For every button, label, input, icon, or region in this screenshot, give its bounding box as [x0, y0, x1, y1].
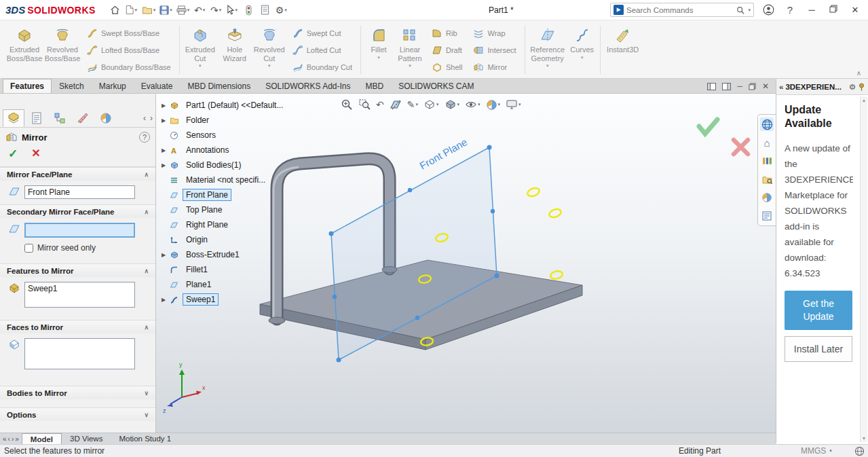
next-tab-icon[interactable]: › — [12, 435, 14, 443]
new-document-button[interactable]: ▾ — [124, 2, 139, 18]
expand-icon[interactable]: ▶ — [160, 162, 167, 168]
shell-button[interactable]: Shell — [432, 60, 462, 74]
expand-icon[interactable]: ▶ — [160, 117, 167, 124]
swept-boss-button[interactable]: Swept Boss/Base — [87, 26, 171, 40]
get-update-button[interactable]: Get the Update — [785, 291, 852, 330]
task-pane-scrollbar[interactable]: ▲ ▼ — [860, 96, 867, 442]
tree-item-origin[interactable]: Origin — [160, 232, 286, 247]
previous-view-button[interactable]: ↶ — [375, 98, 385, 111]
lofted-boss-button[interactable]: Lofted Boss/Base — [87, 43, 171, 57]
display-manager-tab[interactable] — [95, 109, 117, 127]
expand-icon[interactable]: ▶ — [160, 297, 167, 303]
tree-item-part[interactable]: ▶ Part1 (Default) <<Default... — [160, 98, 286, 113]
panel-scroll-left-icon[interactable]: ‹ — [143, 113, 146, 123]
tree-item-top-plane[interactable]: Top Plane — [160, 202, 286, 217]
mirror-seed-only-checkbox[interactable] — [24, 244, 33, 253]
restore-document-icon[interactable] — [749, 83, 756, 90]
open-button[interactable]: ▾ — [140, 2, 157, 18]
section-view-button[interactable] — [388, 97, 403, 112]
section-mirror-face[interactable]: Mirror Face/Plane ∧ — [0, 167, 155, 181]
tab-sketch[interactable]: Sketch — [52, 79, 92, 93]
units-dropdown[interactable]: MMGS ▾ — [801, 446, 832, 456]
zoom-to-fit-button[interactable] — [339, 97, 354, 112]
pm-cancel-button[interactable]: ✕ — [31, 147, 40, 161]
tree-item-annotations[interactable]: ▶ A Annotations — [160, 143, 286, 158]
rebuild-button[interactable] — [241, 2, 256, 18]
display-style-button[interactable]: ▾ — [443, 97, 461, 112]
lofted-cut-button[interactable]: Lofted Cut — [293, 43, 352, 57]
revolved-cut-button[interactable]: Revolved Cut ▾ — [252, 22, 287, 78]
linear-pattern-button[interactable]: Linear Pattern ▾ — [394, 22, 426, 78]
rib-button[interactable]: Rib — [432, 26, 462, 40]
reference-geometry-button[interactable]: Reference Geometry ▾ — [528, 22, 567, 78]
boundary-boss-button[interactable]: Boundary Boss/Base — [87, 60, 171, 74]
last-tab-icon[interactable]: » — [15, 435, 19, 443]
expand-icon[interactable]: ▶ — [160, 103, 167, 109]
prev-tab-icon[interactable]: ‹ — [8, 435, 10, 443]
tree-item-front-plane[interactable]: Front Plane — [160, 187, 286, 202]
configuration-manager-tab[interactable] — [49, 109, 71, 127]
curves-button[interactable]: Curves ▾ — [567, 22, 597, 78]
expand-icon[interactable]: ▶ — [160, 147, 167, 153]
print-button[interactable]: ▾ — [175, 2, 191, 18]
tree-item-material[interactable]: Material <not specifi... — [160, 172, 286, 187]
redo-button[interactable]: ↷ ▾ — [208, 2, 223, 18]
feature-manager-tab[interactable] — [3, 109, 24, 127]
confirm-ok-icon[interactable] — [699, 120, 717, 134]
tab-solidworks-addins[interactable]: SOLIDWORKS Add-Ins — [258, 79, 358, 93]
draft-button[interactable]: Draft — [432, 43, 462, 57]
design-library-tab[interactable] — [760, 154, 774, 168]
file-explorer-tab[interactable] — [760, 172, 774, 186]
revolved-boss-button[interactable]: Revolved Boss/Base — [43, 22, 81, 78]
extruded-cut-button[interactable]: Extruded Cut ▾ — [183, 22, 218, 78]
secondary-mirror-face-input[interactable] — [24, 223, 135, 238]
search-input[interactable] — [626, 6, 734, 14]
tab-solidworks-cam[interactable]: SOLIDWORKS CAM — [391, 79, 481, 93]
tab-evaluate[interactable]: Evaluate — [134, 79, 181, 93]
status-globe-button[interactable] — [854, 446, 865, 457]
extruded-boss-button[interactable]: Extruded Boss/Base — [5, 22, 43, 78]
restore-window-button[interactable] — [826, 5, 841, 15]
tree-item-boss-extrude[interactable]: ▶ Boss-Extrude1 — [160, 247, 286, 262]
solidworks-resources-tab[interactable]: ⌂ — [760, 136, 774, 149]
custom-properties-tab[interactable] — [760, 209, 774, 223]
ribbon-collapse-icon[interactable]: ∧ — [856, 69, 861, 77]
tree-item-right-plane[interactable]: Right Plane — [160, 217, 286, 232]
save-button[interactable]: ▾ — [158, 2, 174, 18]
expand-icon[interactable]: ▶ — [160, 252, 167, 258]
tab-features[interactable]: Features — [3, 79, 52, 93]
scroll-up-icon[interactable]: ▲ — [862, 98, 867, 103]
undo-button[interactable]: ↶ ▾ — [192, 2, 207, 18]
panel-scroll-right-icon[interactable]: › — [150, 113, 153, 123]
confirm-cancel-icon[interactable] — [734, 140, 748, 154]
minimize-window-button[interactable]: ─ — [804, 5, 819, 15]
tree-item-sensors[interactable]: Sensors — [160, 128, 286, 143]
mirror-button[interactable]: Mirror — [473, 60, 516, 74]
faces-to-mirror-box[interactable] — [24, 338, 135, 369]
scroll-down-icon[interactable]: ▼ — [862, 436, 867, 441]
close-window-button[interactable]: ✕ — [848, 5, 863, 15]
zoom-to-area-button[interactable] — [357, 97, 372, 112]
account-button[interactable] — [761, 2, 776, 18]
mirror-face-input[interactable] — [24, 185, 135, 199]
boundary-cut-button[interactable]: Boundary Cut — [293, 60, 352, 74]
pm-help-button[interactable]: ? — [139, 132, 150, 143]
tab-mbd[interactable]: MBD — [358, 79, 392, 93]
dynamic-annotation-button[interactable]: ✎▾ — [406, 98, 419, 111]
install-later-button[interactable]: Install Later — [785, 336, 852, 362]
tree-item-folder[interactable]: ▶ Folder — [160, 113, 286, 128]
wrap-button[interactable]: Wrap — [473, 26, 516, 40]
motion-study-tab[interactable]: Motion Study 1 — [111, 433, 179, 444]
section-options[interactable]: Options ∨ — [0, 407, 155, 421]
swept-cut-button[interactable]: Swept Cut — [293, 26, 352, 40]
pin-icon[interactable] — [858, 83, 865, 91]
tree-item-fillet[interactable]: Fillet1 — [160, 262, 286, 277]
appearances-tab[interactable] — [760, 191, 774, 204]
model-tab[interactable]: Model — [22, 433, 62, 444]
edit-appearance-button[interactable]: ▾ — [485, 98, 502, 112]
section-secondary-mirror-face[interactable]: Secondary Mirror Face/Plane ∧ — [0, 204, 155, 218]
view-orientation-button[interactable]: ▾ — [422, 97, 440, 112]
file-properties-button[interactable] — [257, 2, 272, 18]
options-button[interactable]: ⚙ ▾ — [273, 2, 288, 18]
task-pane-gear-icon[interactable]: ⚙ — [849, 82, 856, 92]
